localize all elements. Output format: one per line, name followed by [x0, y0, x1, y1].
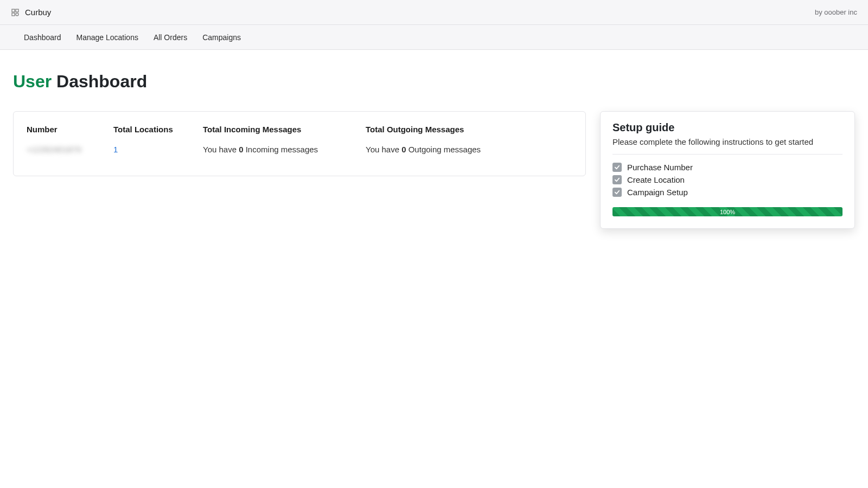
outgoing-count: 0 — [401, 145, 406, 154]
setup-title: Setup guide — [612, 121, 843, 134]
setup-item-label: Create Location — [627, 175, 685, 184]
stat-header-number: Number — [27, 125, 113, 134]
nav-dashboard[interactable]: Dashboard — [24, 33, 61, 42]
byline: by ooober inc — [815, 8, 857, 16]
setup-subtitle: Please complete the following instructio… — [612, 137, 843, 146]
topbar-left: Curbuy — [11, 8, 51, 17]
setup-item-create-location[interactable]: Create Location — [612, 174, 843, 186]
content: User Dashboard Number Total Locations To… — [0, 50, 868, 229]
checkbox-icon — [612, 175, 622, 184]
incoming-count: 0 — [239, 145, 243, 154]
stat-value-incoming: You have 0 Incoming messages — [203, 145, 366, 154]
stat-value-locations[interactable]: 1 — [113, 145, 203, 154]
nav-campaigns[interactable]: Campaigns — [202, 33, 241, 42]
navbar: Dashboard Manage Locations All Orders Ca… — [0, 25, 868, 50]
checkbox-icon — [612, 188, 622, 197]
page-title-accent: User — [13, 72, 52, 91]
setup-checklist: Purchase Number Create Location Campaign… — [612, 161, 843, 198]
incoming-prefix: You have — [203, 145, 239, 154]
checkbox-icon — [612, 163, 622, 172]
stats-values: +12262401879 1 You have 0 Incoming messa… — [27, 145, 572, 154]
panels: Number Total Locations Total Incoming Me… — [13, 111, 855, 229]
stat-value-number: +12262401879 — [27, 145, 113, 154]
app-logo-icon — [11, 8, 20, 17]
stat-header-incoming: Total Incoming Messages — [203, 125, 366, 134]
app-name: Curbuy — [25, 8, 51, 17]
setup-progress-label: 100% — [612, 207, 843, 216]
stats-card: Number Total Locations Total Incoming Me… — [13, 111, 586, 176]
outgoing-prefix: You have — [366, 145, 401, 154]
svg-rect-2 — [12, 13, 15, 16]
setup-item-label: Campaign Setup — [627, 188, 688, 197]
setup-divider — [612, 154, 843, 155]
stats-headers: Number Total Locations Total Incoming Me… — [27, 125, 572, 145]
page-title: User Dashboard — [13, 72, 855, 92]
nav-manage-locations[interactable]: Manage Locations — [76, 33, 138, 42]
stat-header-outgoing: Total Outgoing Messages — [366, 125, 528, 134]
svg-rect-0 — [12, 9, 15, 12]
topbar: Curbuy by ooober inc — [0, 0, 868, 25]
setup-progress-bar: 100% — [612, 207, 843, 216]
incoming-suffix: Incoming messages — [244, 145, 318, 154]
page-title-rest: Dashboard — [52, 72, 147, 91]
stat-header-locations: Total Locations — [113, 125, 203, 134]
setup-card: Setup guide Please complete the followin… — [600, 111, 855, 229]
setup-item-purchase-number[interactable]: Purchase Number — [612, 161, 843, 174]
setup-item-label: Purchase Number — [627, 163, 693, 172]
outgoing-suffix: Outgoing messages — [406, 145, 481, 154]
nav-all-orders[interactable]: All Orders — [154, 33, 187, 42]
stat-value-outgoing: You have 0 Outgoing messages — [366, 145, 528, 154]
setup-item-campaign-setup[interactable]: Campaign Setup — [612, 186, 843, 198]
svg-rect-1 — [16, 9, 18, 12]
svg-point-3 — [16, 13, 18, 16]
